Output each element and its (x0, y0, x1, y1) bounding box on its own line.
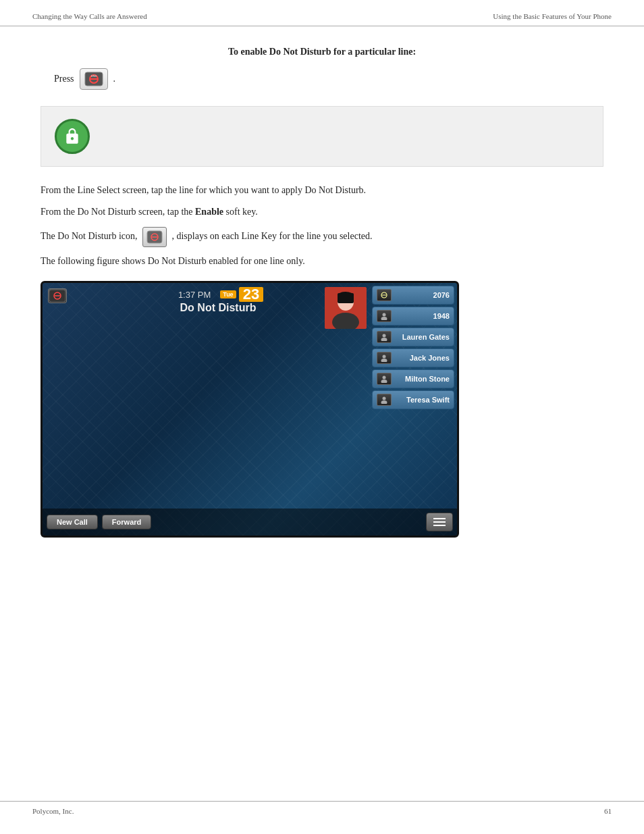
line-key-5[interactable]: Milton Stone (372, 369, 454, 388)
phone-time: 1:37 PM (178, 290, 211, 300)
page-footer: Polycom, Inc. 61 (0, 801, 644, 820)
body-paragraph-3: The Do Not Disturb icon, , displays on e… (41, 227, 603, 247)
body3-end: , displays on each Line Key for the line… (171, 231, 372, 241)
new-call-button[interactable]: New Call (47, 515, 98, 529)
phone-softkey-bar: New Call Forward (43, 509, 457, 536)
phone-avatar-area (325, 287, 367, 329)
line-key-6-label: Teresa Swift (394, 396, 450, 404)
phone-day-label: Tue (220, 290, 236, 298)
svg-point-24 (381, 380, 387, 383)
forward-button[interactable]: Forward (102, 515, 151, 529)
line-key-3[interactable]: Lauren Gates (372, 328, 454, 346)
body2-end: soft key. (223, 207, 258, 217)
section-title: To enable Do Not Disturb for a particula… (41, 47, 603, 57)
header-left: Changing the Way Calls are Answered (32, 12, 147, 20)
menu-line-1 (433, 518, 446, 519)
info-box (41, 106, 603, 167)
line-key-6-icon (377, 394, 392, 406)
menu-button[interactable] (426, 513, 453, 531)
header-right: Using the Basic Features of Your Phone (493, 12, 612, 20)
line-key-1-label: 2076 (394, 291, 450, 299)
phone-avatar (325, 287, 367, 329)
line-key-6[interactable]: Teresa Swift (372, 390, 454, 409)
menu-line-3 (433, 525, 446, 526)
line-key-5-label: Milton Stone (394, 375, 450, 383)
press-period: . (113, 74, 116, 84)
line-key-4-label: Jack Jones (394, 354, 450, 362)
svg-point-19 (383, 334, 386, 338)
phone-top-left (43, 283, 72, 309)
phone-screen: 1:37 PM Tue 23 Do Not Disturb (41, 281, 459, 538)
body2-bold: Enable (195, 207, 223, 217)
page-header: Changing the Way Calls are Answered Usin… (0, 0, 644, 26)
svg-point-23 (383, 376, 386, 380)
phone-date-badge: Tue 23 (220, 287, 263, 302)
body3-start: The Do Not Disturb icon, (41, 231, 137, 241)
phone-right-panel: 2076 1948 Lauren Gates (369, 283, 457, 536)
line-key-4[interactable]: Jack Jones (372, 348, 454, 367)
line-key-5-icon (377, 373, 392, 385)
svg-rect-14 (338, 293, 354, 303)
line-key-2-label: 1948 (394, 312, 450, 320)
dnd-button-image: DND (80, 68, 108, 90)
line-key-4-icon (377, 352, 392, 364)
phone-date-num: 23 (239, 287, 263, 302)
footer-right: 61 (604, 807, 612, 815)
line-key-1[interactable]: 2076 (372, 286, 454, 305)
press-line: Press DND . (41, 68, 603, 90)
svg-point-22 (381, 359, 387, 362)
line-key-3-icon (377, 331, 392, 343)
line-key-1-icon (377, 289, 392, 301)
menu-line-2 (433, 521, 446, 523)
body2-start: From the Do Not Disturb screen, tap the (41, 207, 195, 217)
phone-header-row: 1:37 PM Tue 23 Do Not Disturb (43, 283, 369, 337)
line-key-2[interactable]: 1948 (372, 307, 454, 325)
lock-svg (63, 128, 81, 145)
phone-dnd-top-icon (48, 288, 67, 303)
phone-time-line: 1:37 PM Tue 23 (178, 287, 263, 302)
svg-point-17 (383, 313, 386, 317)
lock-icon (55, 119, 90, 154)
svg-point-21 (383, 355, 386, 359)
phone-status-text: Do Not Disturb (180, 302, 257, 314)
body-paragraph-1: From the Line Select screen, tap the lin… (41, 183, 603, 198)
menu-lines-icon (433, 518, 446, 526)
line-key-3-label: Lauren Gates (394, 333, 450, 341)
svg-point-20 (381, 338, 387, 341)
footer-left: Polycom, Inc. (32, 807, 74, 815)
press-label: Press (54, 74, 74, 84)
svg-point-26 (381, 400, 387, 404)
svg-point-25 (383, 397, 386, 400)
body-paragraph-4: The following figure shows Do Not Distur… (41, 254, 603, 269)
page-content: To enable Do Not Disturb for a particula… (0, 26, 644, 565)
line-key-2-icon (377, 310, 392, 322)
svg-point-18 (381, 317, 387, 320)
svg-text:DND: DND (90, 74, 97, 78)
avatar-svg (325, 287, 367, 329)
inline-dnd-icon (142, 227, 167, 247)
body-paragraph-2: From the Do Not Disturb screen, tap the … (41, 205, 603, 219)
